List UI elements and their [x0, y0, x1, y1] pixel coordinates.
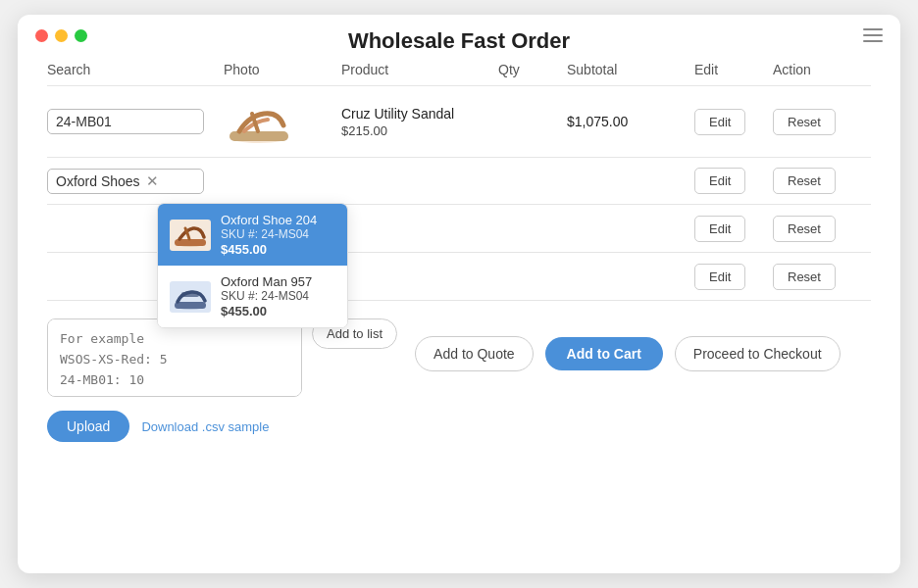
page-title: Wholesale Fast Order	[348, 28, 570, 54]
table-row-2: Oxford Shoes ✕	[47, 158, 871, 204]
dropdown-item-sku-2: SKU #: 24-MS04	[221, 289, 312, 303]
reset-button-1[interactable]: Reset	[773, 109, 836, 135]
dropdown-item-name-2: Oxford Man 957	[221, 274, 312, 289]
add-to-quote-button[interactable]: Add to Quote	[415, 336, 534, 371]
maximize-button[interactable]	[75, 29, 87, 42]
reset-button-3[interactable]: Reset	[773, 216, 836, 242]
add-to-cart-button[interactable]: Add to Cart	[545, 337, 663, 370]
col-edit: Edit	[694, 62, 773, 77]
reset-button-4[interactable]: Reset	[773, 264, 836, 290]
product-info-1: Cruz Utility Sandal $215.00	[341, 106, 498, 138]
dropdown-item-info-1: Oxford Shoe 204 SKU #: 24-MS04 $455.00	[221, 213, 317, 257]
main-window: Wholesale Fast Order Search Photo Produc…	[18, 15, 900, 573]
dropdown-item-price-1: $455.00	[221, 242, 317, 257]
svg-rect-5	[175, 302, 206, 309]
dropdown-item-name-1: Oxford Shoe 204	[221, 213, 317, 227]
reset-button-2[interactable]: Reset	[773, 168, 836, 194]
col-action: Action	[773, 62, 871, 77]
action-col-2: Reset	[773, 168, 871, 194]
bottom-section: Add to list Add to Quote Add to Cart Pro…	[47, 318, 871, 397]
search-dropdown: Oxford Shoe 204 SKU #: 24-MS04 $455.00	[157, 203, 348, 328]
dropdown-item-img-2	[170, 281, 211, 313]
action-col-1: Reset	[773, 109, 871, 135]
col-qty: Qty	[498, 62, 567, 77]
dropdown-item-2[interactable]: Oxford Man 957 SKU #: 24-MS04 $455.00	[158, 266, 347, 327]
table-row: Cruz Utility Sandal $215.00 $1,075.00 Ed…	[47, 86, 871, 157]
col-search: Search	[47, 62, 224, 77]
edit-button-1[interactable]: Edit	[694, 109, 745, 135]
dropdown-item-price-2: $455.00	[221, 304, 312, 318]
action-col-4: Reset	[773, 264, 871, 290]
edit-col-2: Edit	[694, 168, 773, 194]
edit-button-2[interactable]: Edit	[694, 168, 745, 194]
dropdown-item-sku-1: SKU #: 24-MS04	[221, 227, 317, 241]
product-name-1: Cruz Utility Sandal	[341, 106, 498, 122]
upload-section: Upload Download .csv sample	[47, 411, 871, 442]
window-controls	[35, 29, 87, 42]
edit-button-4[interactable]: Edit	[694, 264, 745, 290]
search-tag-text-2: Oxford Shoes	[56, 173, 140, 189]
edit-button-3[interactable]: Edit	[694, 216, 745, 242]
csv-download-link[interactable]: Download .csv sample	[141, 419, 269, 434]
subtotal-1: $1,075.00	[567, 114, 694, 129]
table-header: Search Photo Product Qty Subtotal Edit A…	[47, 56, 871, 85]
action-col-3: Reset	[773, 216, 871, 242]
dropdown-item-img-1	[170, 220, 211, 251]
dropdown-item-1[interactable]: Oxford Shoe 204 SKU #: 24-MS04 $455.00	[158, 204, 347, 266]
edit-col-3: Edit	[694, 216, 773, 242]
minimize-button[interactable]	[55, 29, 68, 42]
product-price-1: $215.00	[341, 123, 498, 138]
action-buttons: Add to Quote Add to Cart Proceed to Chec…	[415, 336, 840, 371]
tag-close-icon-2[interactable]: ✕	[146, 173, 159, 188]
dropdown-item-info-2: Oxford Man 957 SKU #: 24-MS04 $455.00	[221, 274, 312, 318]
bulk-textarea[interactable]	[47, 318, 302, 397]
col-product: Product	[341, 62, 498, 77]
product-photo-1	[224, 96, 294, 147]
proceed-checkout-button[interactable]: Proceed to Checkout	[675, 336, 841, 371]
search-tag-wrap-2: Oxford Shoes ✕	[47, 169, 224, 194]
close-button[interactable]	[35, 29, 48, 42]
col-subtotal: Subtotal	[567, 62, 694, 77]
search-tag-2: Oxford Shoes ✕	[47, 169, 204, 194]
titlebar: Wholesale Fast Order	[18, 15, 900, 42]
upload-button[interactable]: Upload	[47, 411, 129, 442]
edit-col-4: Edit	[694, 264, 773, 290]
content-area: Search Photo Product Qty Subtotal Edit A…	[18, 42, 900, 573]
menu-icon[interactable]	[863, 28, 883, 42]
col-photo: Photo	[224, 62, 341, 77]
search-input-wrap-1	[47, 109, 224, 134]
svg-rect-6	[181, 292, 199, 297]
edit-col-1: Edit	[694, 109, 773, 135]
search-input-1[interactable]	[56, 114, 195, 129]
